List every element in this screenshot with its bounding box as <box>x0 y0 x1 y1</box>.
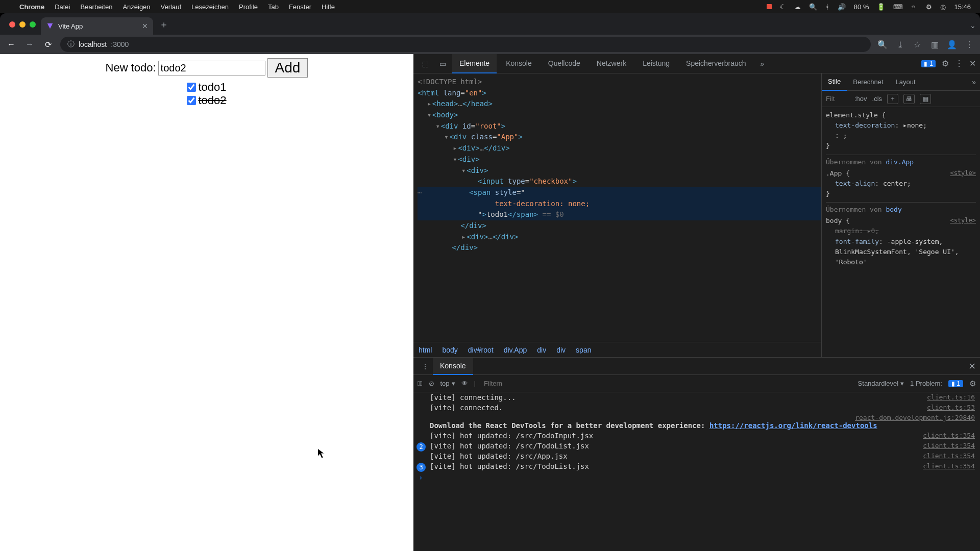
issues-badge[interactable]: ▮ 1 <box>921 60 936 67</box>
cloud-icon[interactable]: ☁︎ <box>794 3 801 11</box>
styles-overflow-icon[interactable]: » <box>968 78 980 86</box>
console-drawer: ⋮ Konsole ✕ ▶⃞ ⊘ top ▾ 👁 | Standardlevel… <box>413 357 980 551</box>
browser-tab[interactable]: Vite App ✕ <box>41 17 153 35</box>
keyboard-icon[interactable]: ⌨︎ <box>893 3 903 11</box>
bluetooth-icon[interactable]: ᚼ <box>825 3 829 11</box>
tab-konsole[interactable]: Konsole <box>499 54 539 73</box>
back-button[interactable]: ← <box>5 38 17 51</box>
tab-quellcode[interactable]: Quellcode <box>541 54 587 73</box>
menu-verlauf[interactable]: Verlauf <box>156 3 186 11</box>
clock[interactable]: 15:46 <box>954 3 971 11</box>
console-output[interactable]: [vite] connecting...client.ts:16 [vite] … <box>413 392 980 551</box>
volume-icon[interactable]: 🔊 <box>838 3 846 11</box>
devtools-tabbar: ⬚ ▭ Elemente Konsole Quellcode Netzwerk … <box>413 54 980 73</box>
flex-icon[interactable]: ▦ <box>920 94 931 104</box>
todo-label: todo2 <box>198 94 226 107</box>
vite-favicon-icon <box>46 22 54 30</box>
cls-toggle[interactable]: .cls <box>872 95 883 103</box>
crumb-body[interactable]: body <box>442 346 457 354</box>
settings-gear-icon[interactable]: ⚙ <box>942 59 949 68</box>
styles-panel: Stile Berechnet Layout » :hov .cls ＋ 🖶 ▦ <box>822 73 980 357</box>
todo-checkbox[interactable] <box>187 96 196 105</box>
styles-tab-berechnet[interactable]: Berechnet <box>847 73 889 91</box>
elementstyle-selector[interactable]: element.style { <box>826 111 886 119</box>
tab-speicher[interactable]: Speicherverbrauch <box>679 54 753 73</box>
moon-icon[interactable]: ☾ <box>780 3 786 11</box>
console-eye-icon[interactable]: 👁 <box>461 380 468 387</box>
menu-anzeigen[interactable]: Anzeigen <box>117 3 155 11</box>
drawer-close-icon[interactable]: ✕ <box>968 361 976 372</box>
device-toggle-icon[interactable]: ▭ <box>435 56 450 71</box>
crumb-html[interactable]: html <box>419 346 432 354</box>
menu-hilfe[interactable]: Hilfe <box>316 3 340 11</box>
sidepanel-icon[interactable]: ▥ <box>929 39 940 50</box>
problems-label: 1 Problem: <box>910 380 942 387</box>
console-sidebar-icon[interactable]: ▶⃞ <box>418 380 423 387</box>
console-clear-icon[interactable]: ⊘ <box>429 380 434 387</box>
tab-elemente[interactable]: Elemente <box>452 54 497 73</box>
devtools-menu-icon[interactable]: ⋮ <box>955 59 963 68</box>
react-devtools-link[interactable]: https://reactjs.org/link/react-devtools <box>709 421 877 430</box>
menu-bearbeiten[interactable]: Bearbeiten <box>75 3 117 11</box>
chrome-menu-icon[interactable]: ⋮ <box>964 39 975 50</box>
console-settings-icon[interactable]: ⚙ <box>969 379 976 388</box>
crumb-span[interactable]: span <box>576 346 591 354</box>
tabs-overflow-icon[interactable]: ⌄ <box>966 21 980 35</box>
hov-toggle[interactable]: :hov <box>854 95 867 103</box>
tabs-overflow-icon[interactable]: » <box>755 60 770 68</box>
profile-avatar-icon[interactable]: 👤 <box>946 39 958 50</box>
console-filter-input[interactable] <box>482 378 852 389</box>
wifi-icon[interactable]: ᯤ <box>911 3 918 11</box>
drawer-tab-konsole[interactable]: Konsole <box>433 358 473 375</box>
print-icon[interactable]: 🖶 <box>903 94 915 104</box>
console-level-select[interactable]: Standardlevel ▾ <box>858 380 904 387</box>
control-center-icon[interactable]: ⚙︎ <box>926 3 932 11</box>
url-path: :3000 <box>111 40 129 48</box>
battery-icon[interactable]: 🔋 <box>877 3 885 11</box>
styles-tab-stile[interactable]: Stile <box>822 73 847 91</box>
window-minimize-icon[interactable] <box>19 21 26 28</box>
bookmark-star-icon[interactable]: ☆ <box>912 39 923 50</box>
menu-datei[interactable]: Datei <box>50 3 75 11</box>
page-viewport: New todo: Add todo1 todo2 <box>0 54 413 551</box>
spotlight-icon[interactable]: 🔍 <box>809 3 817 11</box>
console-prompt[interactable]: › <box>413 471 980 484</box>
tab-netzwerk[interactable]: Netzwerk <box>590 54 633 73</box>
problems-badge[interactable]: ▮ 1 <box>948 380 963 387</box>
site-info-icon[interactable]: ⓘ <box>67 40 75 49</box>
dom-tree[interactable]: <!DOCTYPE html> <html lang="en"> ▸<head>… <box>413 73 821 342</box>
menu-lesezeichen[interactable]: Lesezeichen <box>186 3 234 11</box>
install-app-icon[interactable]: ⤓ <box>894 39 905 50</box>
reload-button[interactable]: ⟳ <box>42 38 54 51</box>
menu-fenster[interactable]: Fenster <box>284 3 316 11</box>
crumb-div2[interactable]: div <box>556 346 566 354</box>
tab-close-icon[interactable]: ✕ <box>142 22 148 30</box>
menubar-app[interactable]: Chrome <box>14 3 50 11</box>
elements-panel: <!DOCTYPE html> <html lang="en"> ▸<head>… <box>413 73 822 357</box>
styles-tab-layout[interactable]: Layout <box>890 73 922 91</box>
crumb-root[interactable]: div#root <box>468 346 494 354</box>
log-count-badge: 3 <box>416 463 426 472</box>
console-context-select[interactable]: top ▾ <box>440 380 455 387</box>
omnibox-search-icon[interactable]: 🔍 <box>877 39 888 50</box>
new-tab-button[interactable]: ＋ <box>153 18 175 35</box>
styles-filter-input[interactable] <box>826 95 849 103</box>
devtools-close-icon[interactable]: ✕ <box>969 59 976 68</box>
tab-title: Vite App <box>58 22 83 30</box>
new-style-rule-icon[interactable]: ＋ <box>887 94 898 104</box>
add-button[interactable]: Add <box>267 58 308 78</box>
crumb-div1[interactable]: div <box>537 346 546 354</box>
crumb-app[interactable]: div.App <box>504 346 527 354</box>
new-todo-input[interactable] <box>158 61 265 76</box>
menu-profile[interactable]: Profile <box>234 3 263 11</box>
tab-leistung[interactable]: Leistung <box>635 54 677 73</box>
siri-icon[interactable]: ◎ <box>940 3 946 11</box>
window-zoom-icon[interactable] <box>30 21 36 28</box>
window-close-icon[interactable] <box>9 21 15 28</box>
inspect-picker-icon[interactable]: ⬚ <box>418 56 433 71</box>
drawer-menu-icon[interactable]: ⋮ <box>418 362 433 370</box>
url-bar[interactable]: ⓘ localhost:3000 <box>60 37 871 52</box>
forward-button[interactable]: → <box>23 38 36 51</box>
todo-checkbox[interactable] <box>187 83 196 92</box>
menu-tab[interactable]: Tab <box>263 3 284 11</box>
